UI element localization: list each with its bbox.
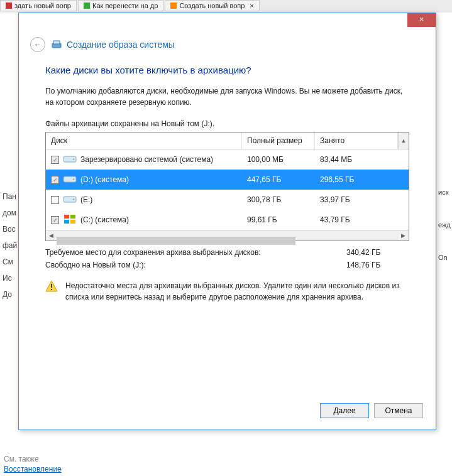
dialog-buttons: Далее Отмена: [320, 403, 423, 418]
drive-icon: [63, 154, 77, 166]
next-button[interactable]: Далее: [320, 403, 369, 418]
table-row[interactable]: (E:)300,78 ГБ33,97 ГБ: [46, 190, 409, 210]
svg-rect-10: [64, 220, 69, 224]
warning-block: Недостаточно места для архивации выбранн…: [45, 280, 409, 303]
browser-tabstrip: здать новый вопрКак перенести на дрСозда…: [0, 0, 452, 13]
tab-label: Как перенести на др: [92, 2, 158, 9]
disk-table: Диск Полный размер Занято ▲ ✓Зарезервиро…: [45, 132, 409, 241]
system-image-dialog: × ← Создание образа системы Какие диски …: [18, 13, 436, 430]
free-space-value: 148,76 ГБ: [346, 261, 409, 269]
disk-label: Зарезервировано системой (система): [80, 155, 213, 164]
col-disk[interactable]: Диск: [46, 133, 242, 149]
tab-favicon-icon: [84, 3, 90, 9]
col-used[interactable]: Занято: [315, 133, 398, 149]
table-header: Диск Полный размер Занято ▲: [46, 133, 409, 149]
browser-tab[interactable]: Создать новый вопр×: [165, 0, 259, 11]
svg-rect-12: [51, 284, 52, 288]
svg-point-3: [73, 158, 74, 160]
svg-point-5: [73, 178, 74, 180]
bg-fragment: До: [0, 286, 19, 303]
bg-fragment: Ис: [0, 270, 19, 286]
left-fragment-text: ПандомВосфайСмИсДо: [0, 188, 19, 303]
summary: Требуемое место для сохранения архива вы…: [45, 246, 409, 271]
windows-icon: [63, 214, 77, 226]
titlebar: ×: [19, 13, 436, 31]
tab-favicon-icon: [6, 3, 12, 9]
bg-fragment: дом: [0, 205, 19, 221]
required-space-label: Требуемое место для сохранения архива вы…: [45, 248, 346, 257]
dialog-title: Создание образа системы: [52, 40, 175, 50]
bg-fragment: On: [438, 241, 452, 274]
right-fragment-text: искеждOn: [438, 176, 452, 274]
bg-fragment: иск: [438, 176, 452, 208]
disk-label: (D:) (система): [80, 175, 129, 184]
row-checkbox: ✓: [51, 156, 59, 164]
col-size[interactable]: Полный размер: [242, 133, 315, 149]
disk-size: 100,00 МБ: [242, 155, 315, 164]
dialog-content: Какие диски вы хотите включить в архивац…: [19, 56, 436, 303]
row-checkbox: ✓: [51, 216, 59, 224]
system-image-icon: [52, 40, 62, 50]
tab-label: Создать новый вопр: [179, 2, 245, 9]
back-arrow-icon: ←: [33, 40, 42, 50]
disk-size: 99,61 ГБ: [242, 215, 315, 224]
cancel-button[interactable]: Отмена: [374, 403, 423, 418]
hscroll-right-icon[interactable]: ▶: [398, 230, 409, 241]
tab-label: здать новый вопр: [14, 2, 71, 9]
bg-fragment: Пан: [0, 188, 19, 205]
table-row[interactable]: ✓Зарезервировано системой (система)100,0…: [46, 149, 409, 170]
svg-rect-8: [64, 215, 69, 219]
bg-fragment: См: [0, 254, 19, 270]
row-checkbox[interactable]: [51, 196, 59, 204]
hscroll-thumb[interactable]: [57, 237, 295, 245]
recovery-link[interactable]: Восстановление: [4, 465, 62, 473]
description-text: По умолчанию добавляются диски, необходи…: [45, 85, 409, 108]
disk-size: 447,65 ГБ: [242, 175, 315, 184]
drive-icon: [63, 174, 77, 186]
bg-fragment: фай: [0, 237, 19, 254]
disk-used: 83,44 МБ: [315, 155, 409, 164]
question-heading: Какие диски вы хотите включить в архивац…: [45, 65, 409, 75]
bg-fragment: ежд: [438, 208, 452, 241]
vscroll-up-icon[interactable]: ▲: [398, 133, 409, 149]
svg-rect-13: [51, 289, 52, 290]
disk-used: 33,97 ГБ: [315, 195, 409, 204]
free-space-label: Свободно на Новый том (J:):: [45, 261, 346, 269]
save-location-text: Файлы архивации сохранены на Новый том (…: [45, 119, 409, 128]
tab-favicon-icon: [170, 3, 177, 9]
warning-text: Недостаточно места для архивации выбранн…: [65, 280, 409, 303]
horizontal-scrollbar[interactable]: ◀ ▶: [46, 230, 409, 241]
disk-used: 43,79 ГБ: [315, 215, 409, 224]
svg-rect-9: [70, 215, 75, 219]
warning-icon: [45, 280, 58, 293]
hscroll-left-icon[interactable]: ◀: [46, 230, 57, 241]
disk-label: (E:): [80, 195, 92, 204]
tab-close-icon[interactable]: ×: [250, 2, 253, 9]
bg-fragment: Вос: [0, 221, 19, 237]
back-button[interactable]: ←: [30, 37, 45, 52]
disk-used: 296,55 ГБ: [315, 175, 409, 184]
svg-point-7: [73, 198, 74, 200]
see-also-label: См. также: [4, 455, 39, 463]
required-space-value: 340,42 ГБ: [346, 248, 409, 257]
svg-rect-1: [53, 41, 60, 44]
disk-label: (C:) (система): [80, 215, 129, 224]
table-row[interactable]: ✓(C:) (система)99,61 ГБ43,79 ГБ: [46, 210, 409, 230]
browser-tab[interactable]: Как перенести на др: [78, 0, 163, 11]
dialog-title-text: Создание образа системы: [67, 40, 175, 50]
row-checkbox: ✓: [51, 176, 59, 184]
disk-size: 300,78 ГБ: [242, 195, 315, 204]
drive-icon: [63, 194, 77, 206]
dialog-header: ← Создание образа системы: [19, 31, 436, 56]
close-button[interactable]: ×: [407, 13, 436, 27]
table-row[interactable]: ✓(D:) (система)447,65 ГБ296,55 ГБ: [46, 170, 409, 190]
table-body: ✓Зарезервировано системой (система)100,0…: [46, 149, 409, 230]
browser-tab[interactable]: здать новый вопр: [0, 0, 77, 11]
svg-rect-11: [70, 220, 75, 224]
